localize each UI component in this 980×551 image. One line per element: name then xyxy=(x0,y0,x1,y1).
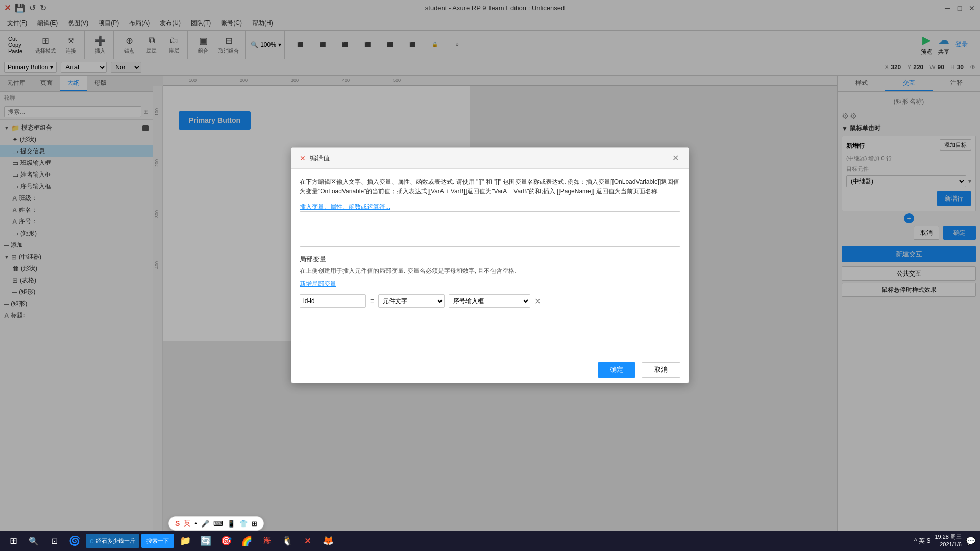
taskbar-app3[interactable]: 🎯 xyxy=(217,532,235,550)
taskbar-start-button[interactable]: ⊞ xyxy=(4,532,22,550)
app3-icon: 🎯 xyxy=(220,535,232,546)
ie-icon: e xyxy=(90,537,94,545)
dialog-title: 编辑值 xyxy=(310,154,670,163)
taskbar-ie-search[interactable]: e 绍石多少钱一斤 xyxy=(86,534,139,548)
firefox-icon: 🦊 xyxy=(323,535,334,546)
taskbar-app1[interactable]: 🌀 xyxy=(65,532,84,550)
dialog-cancel-button[interactable]: 取消 xyxy=(642,362,680,378)
taskbar-app2[interactable]: 🔄 xyxy=(197,532,215,550)
dialog-overlay: ✕ 编辑值 ✕ 在下方编辑区输入文字、插入变量、属性、函数或表达式. 请使用 "… xyxy=(0,0,980,531)
ime-logo: S xyxy=(175,519,180,528)
taskbar-right: ^ 英 S 19:28 周三 2021/1/6 💬 xyxy=(914,533,976,549)
clock-time: 19:28 周三 xyxy=(935,533,962,541)
multitask-icon: ⊡ xyxy=(51,536,58,546)
ime-keyboard-icon[interactable]: ⌨ xyxy=(213,520,223,528)
taskbar-app4[interactable]: 🌈 xyxy=(237,532,256,550)
var-widget-select[interactable]: 序号输入框 xyxy=(449,294,530,308)
var-equals: = xyxy=(370,297,374,305)
vars-empty-area xyxy=(300,312,680,342)
ime-grid-icon[interactable]: ⊞ xyxy=(252,520,257,528)
ime-dot1: • xyxy=(194,520,197,528)
taskbar: ⊞ 🔍 ⊡ 🌀 e 绍石多少钱一斤 搜索一下 📁 🔄 🎯 🌈 海 🐧 ✕ 🦊 ^… xyxy=(0,531,980,551)
dialog-header: ✕ 编辑值 ✕ xyxy=(291,148,689,169)
taskbar-axure-app[interactable]: ✕ xyxy=(299,532,317,550)
ime-lang[interactable]: 英 xyxy=(184,519,190,528)
dialog-close-button[interactable]: ✕ xyxy=(670,153,680,163)
search-query: 绍石多少钱一斤 xyxy=(96,537,135,545)
search-icon: 🔍 xyxy=(29,536,39,546)
taskbar-search-button[interactable]: 🔍 xyxy=(24,532,43,550)
windows-icon: ⊞ xyxy=(10,535,17,546)
var-type-select[interactable]: 元件文字 xyxy=(378,294,445,308)
var-delete-button[interactable]: ✕ xyxy=(534,296,541,306)
edit-value-dialog: ✕ 编辑值 ✕ 在下方编辑区输入文字、插入变量、属性、函数或表达式. 请使用 "… xyxy=(291,147,689,383)
var-name-input[interactable] xyxy=(300,294,366,308)
clock-date: 2021/1/6 xyxy=(935,541,962,548)
ime-toolbar: S 英 • 🎤 ⌨ 📱 👕 ⊞ xyxy=(168,516,264,531)
dialog-body: 在下方编辑区输入文字、插入变量、属性、函数或表达式. 请使用 "[[" 和 "]… xyxy=(291,169,689,357)
taskbar-firefox[interactable]: 🦊 xyxy=(319,532,337,550)
expression-textarea[interactable] xyxy=(300,211,680,247)
baidu-search-button[interactable]: 搜索一下 xyxy=(141,534,174,548)
ime-mic-icon[interactable]: 🎤 xyxy=(201,520,209,528)
local-vars-desc: 在上侧创建用于插入元件值的局部变量. 变量名必须是字母和数字, 且不包含空格. xyxy=(300,267,680,276)
ime-phone-icon[interactable]: 📱 xyxy=(227,520,235,528)
taskbar-folder[interactable]: 📁 xyxy=(176,532,194,550)
dialog-logo-icon: ✕ xyxy=(300,154,306,162)
app4-icon: 🌈 xyxy=(241,535,252,546)
dialog-confirm-button[interactable]: 确定 xyxy=(598,362,635,378)
axure-icon: ✕ xyxy=(304,536,311,546)
insert-var-link[interactable]: 插入变量、属性、函数或运算符... xyxy=(300,203,390,210)
ime-shirt-icon[interactable]: 👕 xyxy=(239,520,248,528)
dialog-description: 在下方编辑区输入文字、插入变量、属性、函数或表达式. 请使用 "[[" 和 "]… xyxy=(300,177,680,196)
taskbar-clock: 19:28 周三 2021/1/6 xyxy=(935,533,962,549)
taskbar-multitask-button[interactable]: ⊡ xyxy=(45,532,63,550)
app5-icon: 海 xyxy=(263,536,271,545)
local-vars-title: 局部变量 xyxy=(300,255,680,264)
taskbar-app5[interactable]: 海 xyxy=(258,532,276,550)
app1-icon: 🌀 xyxy=(69,535,80,546)
taskbar-app6[interactable]: 🐧 xyxy=(278,532,297,550)
dialog-footer: 确定 取消 xyxy=(291,357,689,383)
app6-icon: 🐧 xyxy=(282,535,293,546)
system-icons: ^ 英 S xyxy=(914,537,930,545)
app2-icon: 🔄 xyxy=(200,535,211,546)
notification-icon[interactable]: 💬 xyxy=(966,536,976,546)
add-local-var-link[interactable]: 新增局部变量 xyxy=(300,280,680,288)
folder-icon: 📁 xyxy=(180,535,191,546)
var-row: = 元件文字 序号输入框 ✕ xyxy=(300,294,680,308)
